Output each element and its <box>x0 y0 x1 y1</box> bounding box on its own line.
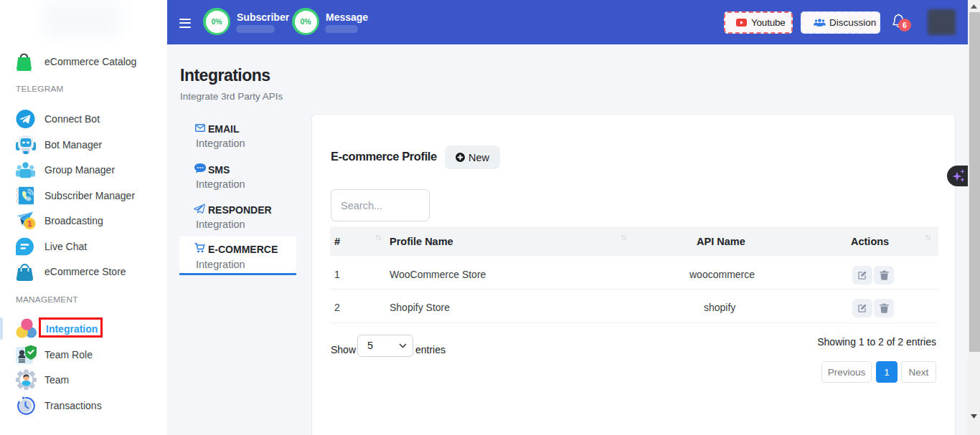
svg-text:1: 1 <box>28 219 32 228</box>
